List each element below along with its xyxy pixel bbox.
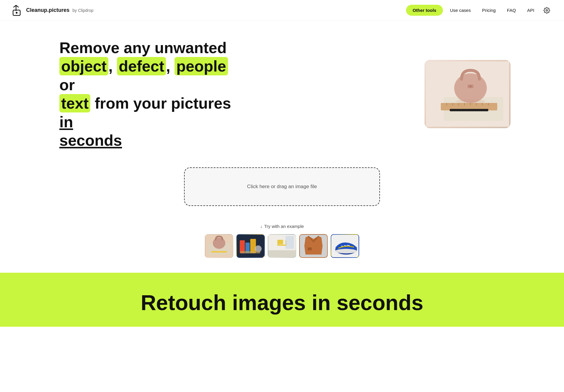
hero-image (424, 60, 511, 128)
main-nav: Other tools Use cases Pricing FAQ API (406, 5, 552, 16)
settings-button[interactable] (541, 5, 552, 16)
logo-icon (12, 5, 23, 16)
hero-title: Remove any unwanted object, defect, peop… (59, 39, 243, 150)
example-thumb-4[interactable] (299, 234, 328, 258)
example-thumb-1[interactable] (205, 234, 233, 258)
bottom-title: Retouch images in seconds (141, 291, 423, 315)
svg-point-2 (546, 9, 548, 11)
logo-by: by Clipdrop (72, 8, 94, 13)
arrow-icon: ↓ (260, 224, 262, 229)
hero-section: Remove any unwanted object, defect, peop… (0, 21, 564, 161)
example-thumb-5[interactable] (331, 234, 359, 258)
svg-rect-14 (450, 109, 488, 111)
highlight-text: text (59, 94, 90, 112)
svg-point-17 (470, 85, 471, 87)
upload-section: Click here or drag an image file (0, 161, 564, 218)
svg-rect-26 (250, 239, 256, 253)
upload-label: Click here or drag an image file (247, 184, 317, 190)
svg-point-18 (456, 99, 485, 104)
svg-rect-28 (240, 251, 260, 254)
svg-rect-31 (268, 250, 296, 258)
try-example-text: Try with an example (264, 224, 304, 229)
api-link[interactable]: API (523, 5, 538, 15)
examples-section: ↓ Try with an example (0, 218, 564, 273)
example-thumb-3[interactable] (268, 234, 296, 258)
example-thumb-2[interactable] (236, 234, 265, 258)
svg-point-41 (335, 249, 357, 253)
upload-dropzone[interactable]: Click here or drag an image file (184, 167, 380, 206)
svg-point-21 (213, 238, 225, 249)
highlight-defect: defect (117, 57, 166, 75)
svg-rect-36 (286, 236, 294, 249)
highlight-object: object (59, 57, 108, 75)
faq-link[interactable]: FAQ (503, 5, 520, 15)
gear-icon (544, 7, 550, 14)
hero-text: Remove any unwanted object, defect, peop… (59, 39, 243, 150)
hero-illustration (426, 61, 509, 127)
svg-rect-35 (278, 240, 283, 244)
logo-area: Cleanup.pictures by Clipdrop (12, 5, 94, 16)
other-tools-button[interactable]: Other tools (406, 5, 443, 16)
example-thumbnails (205, 234, 359, 258)
header: Cleanup.pictures by Clipdrop Other tools… (0, 0, 564, 21)
svg-rect-32 (278, 245, 287, 246)
svg-rect-38 (308, 247, 312, 250)
pricing-link[interactable]: Pricing (478, 5, 500, 15)
svg-rect-22 (211, 251, 227, 253)
use-cases-link[interactable]: Use cases (446, 5, 475, 15)
try-example-label: ↓ Try with an example (260, 224, 304, 229)
bottom-green-section: Retouch images in seconds (0, 273, 564, 327)
svg-point-1 (16, 12, 18, 14)
highlight-people: people (175, 57, 228, 75)
logo-name: Cleanup.pictures (26, 7, 69, 13)
